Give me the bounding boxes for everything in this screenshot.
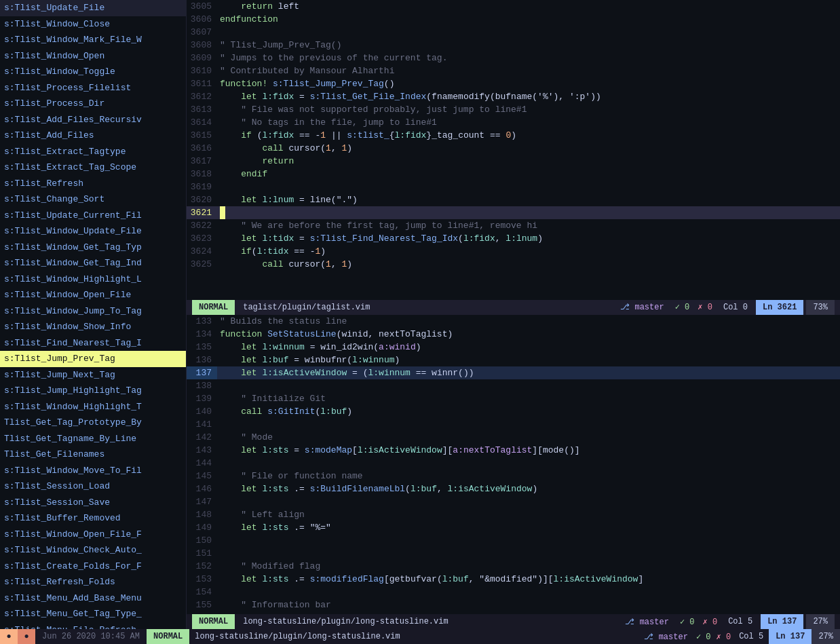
top-code-view[interactable]: 3605 return left3606endfunction36073608"… — [187, 0, 840, 300]
top-status-pct: 73% — [806, 300, 835, 315]
sidebar-item-27[interactable]: Tlist_Get_Tagname_By_Line — [0, 431, 186, 447]
line-content: " Modified flag — [217, 560, 840, 573]
line-content: endfunction — [217, 13, 840, 26]
sidebar-item-25[interactable]: s:Tlist_Window_Highlight_T — [0, 399, 186, 415]
top-code-line: 3621 — [187, 206, 840, 219]
sidebar-item-10[interactable]: s:Tlist_Extract_Tag_Scope — [0, 159, 186, 176]
sidebar-item-21[interactable]: s:Tlist_Find_Nearest_Tag_I — [0, 335, 186, 352]
sidebar-item-20[interactable]: s:Tlist_Window_Show_Info — [0, 319, 186, 335]
top-status-col: Col 0 — [718, 303, 753, 312]
line-number: 3613 — [187, 103, 217, 116]
sidebar-item-28[interactable]: Tlist_Get_Filenames — [0, 447, 186, 463]
line-number: 3623 — [187, 232, 217, 245]
sidebar-item-38[interactable]: s:Tlist_Menu_Get_Tag_Type_ — [0, 606, 186, 622]
sidebar-item-7[interactable]: s:Tlist_Add_Files_Recursiv — [0, 112, 186, 128]
line-content: " Initialize Git — [217, 392, 840, 405]
bottom-status-git: ⎇ master — [619, 617, 674, 627]
line-number: 151 — [187, 547, 217, 560]
line-content: if (l:fidx == -1 || s:tlist_{l:fidx}_tag… — [217, 129, 840, 142]
sidebar-item-29[interactable]: s:Tlist_Window_Move_To_Fil — [0, 463, 186, 479]
top-git-branch: master — [634, 303, 664, 312]
bottom-code-line: 149 let l:sts .= "%=" — [187, 521, 840, 534]
sidebar-item-31[interactable]: s:Tlist_Session_Save — [0, 495, 186, 511]
sidebar-item-19[interactable]: s:Tlist_Window_Jump_To_Tag — [0, 303, 186, 320]
bottom-code-line: 140 call s:GitInit(l:buf) — [187, 405, 840, 418]
sidebar-item-34[interactable]: s:Tlist_Window_Check_Auto_ — [0, 542, 186, 558]
sidebar-item-4[interactable]: s:Tlist_Window_Toggle — [0, 64, 186, 80]
bottom-code-line: 139 " Initialize Git — [187, 392, 840, 405]
sidebar-item-22[interactable]: s:Tlist_Jump_Prev_Tag — [0, 351, 186, 367]
line-number: 3611 — [187, 77, 217, 90]
line-number: 139 — [187, 392, 217, 405]
line-number: 145 — [187, 470, 217, 482]
bottom-icon-2: ● — [18, 629, 35, 644]
line-number: 3620 — [187, 193, 217, 206]
sidebar[interactable]: s:Tlist_Update_Files:Tlist_Window_Closes… — [0, 0, 187, 629]
sidebar-item-1[interactable]: s:Tlist_Window_Close — [0, 16, 186, 33]
sidebar-item-5[interactable]: s:Tlist_Process_Filelist — [0, 80, 186, 96]
bottom-status-mode: NORMAL — [192, 614, 235, 629]
top-code-line: 3625 call cursor(1, 1) — [187, 258, 840, 271]
sidebar-item-16[interactable]: s:Tlist_Window_Get_Tag_Ind — [0, 255, 186, 271]
sidebar-item-11[interactable]: s:Tlist_Refresh — [0, 176, 186, 192]
line-number: 3610 — [187, 64, 217, 77]
line-number: 152 — [187, 560, 217, 573]
bottom-code-view[interactable]: 133" Builds the status line134function S… — [187, 315, 840, 615]
line-number: 3616 — [187, 142, 217, 155]
top-code-line: 3614 " No tags in the file, jump to line… — [187, 116, 840, 129]
line-content: let l:winnum = win_id2win(a:winid) — [217, 341, 840, 354]
line-number: 136 — [187, 354, 217, 366]
sidebar-item-24[interactable]: s:Tlist_Jump_Highlight_Tag — [0, 383, 186, 399]
sidebar-item-0[interactable]: s:Tlist_Update_File — [0, 0, 186, 16]
top-statusbar: NORMAL taglist/plugin/taglist.vim ⎇ mast… — [187, 300, 840, 315]
top-git-icon: ⎇ — [620, 303, 634, 312]
top-code-line: 3612 let l:fidx = s:Tlist_Get_File_Index… — [187, 90, 840, 103]
sidebar-item-32[interactable]: s:Tlist_Buffer_Removed — [0, 510, 186, 527]
sidebar-item-8[interactable]: s:Tlist_Add_Files — [0, 128, 186, 144]
bottom-mode: NORMAL — [147, 629, 189, 644]
bottom-code-line: 148 " Left align — [187, 508, 840, 521]
line-content: " Information bar — [217, 599, 840, 611]
sidebar-item-36[interactable]: s:Tlist_Refresh_Folds — [0, 574, 186, 590]
sidebar-item-15[interactable]: s:Tlist_Window_Get_Tag_Typ — [0, 240, 186, 256]
line-number: 133 — [187, 315, 217, 328]
top-code-line: 3607 — [187, 26, 840, 39]
top-code-line: 3606endfunction — [187, 13, 840, 26]
line-content — [217, 206, 840, 219]
sidebar-item-39[interactable]: s:Tlist_Menu_File_Refresh — [0, 622, 186, 630]
line-number: 153 — [187, 573, 217, 586]
sidebar-item-14[interactable]: s:Tlist_Window_Update_File — [0, 223, 186, 240]
bottom-bar-col: Col 5 — [733, 632, 769, 641]
sidebar-item-30[interactable]: s:Tlist_Session_Load — [0, 478, 186, 495]
sidebar-item-23[interactable]: s:Tlist_Jump_Next_Tag — [0, 367, 186, 383]
sidebar-item-26[interactable]: Tlist_Get_Tag_Prototype_By — [0, 415, 186, 431]
sidebar-item-12[interactable]: s:Tlist_Change_Sort — [0, 191, 186, 208]
bottom-bar-error: ✗ 0 — [714, 632, 734, 642]
sidebar-item-6[interactable]: s:Tlist_Process_Dir — [0, 96, 186, 112]
sidebar-item-37[interactable]: s:Tlist_Menu_Add_Base_Menu — [0, 590, 186, 607]
line-number: 3618 — [187, 168, 217, 181]
line-content: endif — [217, 168, 840, 181]
sidebar-item-18[interactable]: s:Tlist_Window_Open_File — [0, 287, 186, 303]
bottom-bar-git-branch: master — [659, 632, 688, 642]
line-number: 147 — [187, 495, 217, 508]
sidebar-item-17[interactable]: s:Tlist_Window_Highlight_L — [0, 271, 186, 288]
sidebar-item-2[interactable]: s:Tlist_Window_Mark_File_W — [0, 32, 186, 48]
top-code-line: 3611function! s:Tlist_Jump_Prev_Tag() — [187, 77, 840, 90]
sidebar-item-3[interactable]: s:Tlist_Window_Open — [0, 48, 186, 64]
bottom-statusbar: NORMAL long-statusline/plugin/long-statu… — [187, 614, 840, 629]
top-code-line: 3623 let l:tidx = s:Tlist_Find_Nearest_T… — [187, 232, 840, 245]
top-status-error: ✗ 0 — [695, 302, 715, 312]
top-status-git: ⎇ master — [615, 302, 669, 312]
sidebar-item-35[interactable]: s:Tlist_Create_Folds_For_F — [0, 558, 186, 575]
line-number: 3617 — [187, 155, 217, 168]
sidebar-item-13[interactable]: s:Tlist_Update_Current_Fil — [0, 208, 186, 224]
line-content: let l:sts .= s:modifiedFlag[getbufvar(l:… — [217, 573, 840, 586]
top-code-line: 3613 " File was not supported probably, … — [187, 103, 840, 116]
editor-area: 3605 return left3606endfunction36073608"… — [187, 0, 840, 629]
bottom-bar-pct: 27% — [812, 629, 840, 644]
sidebar-item-9[interactable]: s:Tlist_Extract_Tagtype — [0, 144, 186, 160]
bottom-code-line: 153 let l:sts .= s:modifiedFlag[getbufva… — [187, 573, 840, 586]
sidebar-item-33[interactable]: s:Tlist_Window_Open_File_F — [0, 527, 186, 543]
line-content: " Left align — [217, 508, 840, 521]
